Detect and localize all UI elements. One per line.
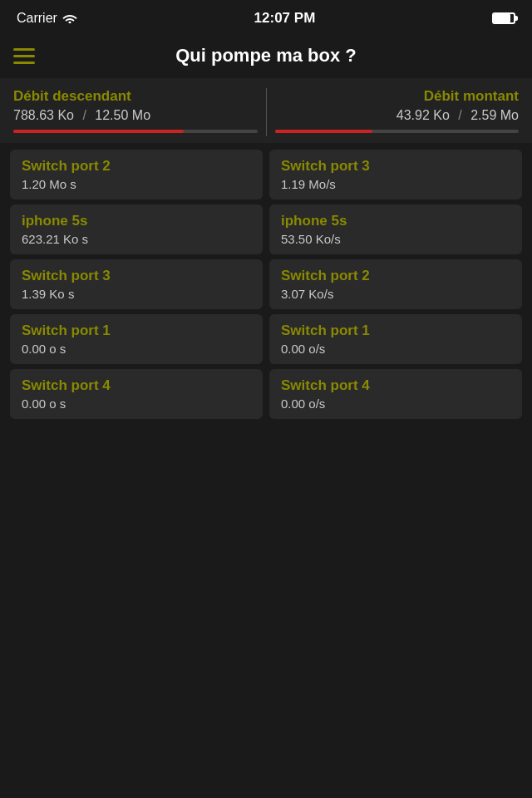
download-value: 788.63 Ko / 12.50 Mo	[13, 108, 258, 123]
upload-value: 43.92 Ko / 2.59 Mo	[275, 108, 520, 123]
download-progress-fill	[13, 130, 184, 133]
cell-value-left-0: 1.20 Mo s	[22, 177, 251, 191]
stats-section: Débit descendant 788.63 Ko / 12.50 Mo Dé…	[0, 78, 532, 143]
list-cell-right-0[interactable]: Switch port 3 1.19 Mo/s	[269, 150, 522, 200]
cell-title-right-1: iphone 5s	[281, 213, 510, 229]
list-cell-left-1[interactable]: iphone 5s 623.21 Ko s	[10, 204, 263, 254]
upload-value1: 43.92 Ko	[397, 108, 450, 122]
page-title: Qui pompe ma box ?	[175, 45, 357, 66]
list-cell-right-1[interactable]: iphone 5s 53.50 Ko/s	[269, 204, 522, 254]
cell-value-left-1: 623.21 Ko s	[22, 232, 251, 246]
list-section: Switch port 2 1.20 Mo s Switch port 3 1.…	[0, 143, 532, 426]
download-value2: 12.50 Mo	[95, 108, 150, 122]
list-row: Switch port 4 0.00 o s Switch port 4 0.0…	[10, 369, 522, 419]
upload-label: Débit montant	[275, 88, 520, 105]
cell-title-left-2: Switch port 3	[22, 268, 251, 284]
cell-title-left-0: Switch port 2	[22, 158, 251, 175]
upload-progress-bar	[275, 130, 520, 133]
wifi-icon	[62, 12, 77, 26]
list-cell-left-3[interactable]: Switch port 1 0.00 o s	[10, 314, 263, 364]
list-cell-left-0[interactable]: Switch port 2 1.20 Mo s	[10, 150, 263, 200]
list-cell-right-2[interactable]: Switch port 2 3.07 Ko/s	[269, 259, 522, 309]
menu-line-2	[13, 55, 35, 57]
download-value1: 788.63 Ko	[13, 108, 74, 122]
upload-separator: /	[458, 108, 461, 123]
cell-value-right-1: 53.50 Ko/s	[281, 232, 510, 246]
cell-title-left-1: iphone 5s	[22, 213, 251, 229]
cell-title-left-3: Switch port 1	[22, 323, 251, 339]
list-row: iphone 5s 623.21 Ko s iphone 5s 53.50 Ko…	[10, 204, 522, 254]
cell-title-right-4: Switch port 4	[281, 377, 510, 394]
list-row: Switch port 3 1.39 Ko s Switch port 2 3.…	[10, 259, 522, 309]
download-progress-bar	[13, 130, 258, 133]
download-separator: /	[82, 108, 86, 123]
menu-button[interactable]	[13, 48, 35, 64]
stats-download: Débit descendant 788.63 Ko / 12.50 Mo	[13, 88, 258, 136]
cell-value-left-2: 1.39 Ko s	[22, 287, 251, 301]
battery-indicator	[492, 12, 515, 24]
status-bar: Carrier 12:07 PM	[0, 0, 532, 37]
device-list: Switch port 2 1.20 Mo s Switch port 3 1.…	[10, 150, 522, 419]
stats-separator	[266, 88, 267, 136]
menu-line-3	[13, 62, 35, 64]
stats-upload: Débit montant 43.92 Ko / 2.59 Mo	[275, 88, 520, 136]
cell-title-right-3: Switch port 1	[281, 323, 510, 339]
list-cell-right-4[interactable]: Switch port 4 0.00 o/s	[269, 369, 522, 419]
list-cell-left-2[interactable]: Switch port 3 1.39 Ko s	[10, 259, 263, 309]
list-row: Switch port 1 0.00 o s Switch port 1 0.0…	[10, 314, 522, 364]
menu-line-1	[13, 48, 35, 51]
download-label: Débit descendant	[13, 88, 258, 105]
upload-value2: 2.59 Mo	[470, 108, 519, 122]
status-time: 12:07 PM	[254, 10, 316, 27]
list-cell-right-3[interactable]: Switch port 1 0.00 o/s	[269, 314, 522, 364]
cell-value-right-0: 1.19 Mo/s	[281, 177, 510, 191]
cell-value-right-2: 3.07 Ko/s	[281, 287, 510, 301]
carrier-label: Carrier	[17, 11, 57, 26]
list-row: Switch port 2 1.20 Mo s Switch port 3 1.…	[10, 150, 522, 200]
upload-progress-fill	[275, 130, 372, 133]
cell-title-right-2: Switch port 2	[281, 268, 510, 284]
list-cell-left-4[interactable]: Switch port 4 0.00 o s	[10, 369, 263, 419]
cell-value-left-3: 0.00 o s	[22, 342, 251, 356]
carrier-info: Carrier	[17, 11, 77, 26]
cell-value-right-4: 0.00 o/s	[281, 397, 510, 411]
cell-value-right-3: 0.00 o/s	[281, 342, 510, 356]
cell-title-left-4: Switch port 4	[22, 377, 251, 394]
app-header: Qui pompe ma box ?	[0, 37, 532, 78]
cell-value-left-4: 0.00 o s	[22, 397, 251, 411]
cell-title-right-0: Switch port 3	[281, 158, 510, 175]
